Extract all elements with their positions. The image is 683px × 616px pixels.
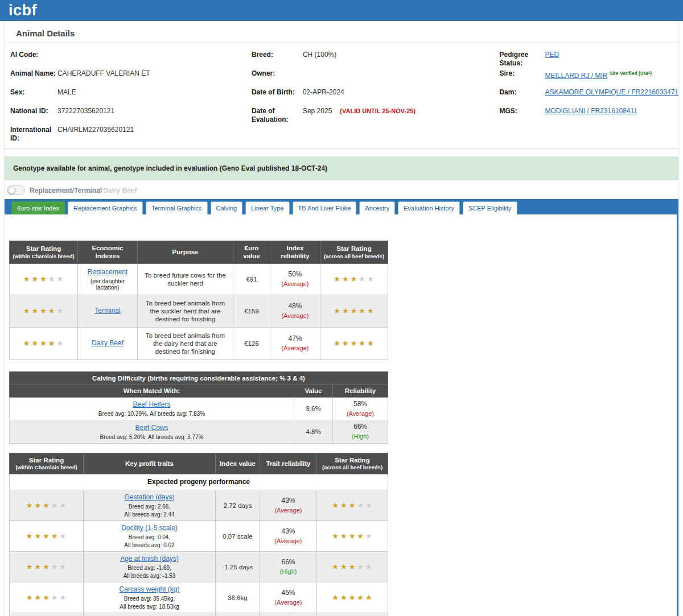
carcass-conformation-reliability: 43%(Average) — [260, 613, 317, 616]
age-at-finish-all-breeds-avg: All breeds avg: -1.53 — [87, 573, 212, 579]
carcass-weight-index-value: 36.6kg — [216, 582, 260, 613]
field-ai-code: AI Code: — [10, 51, 252, 69]
header-star-within: Star Rating(within Charolais breed) — [10, 241, 78, 264]
replacement-reliability: 50%(Average) — [270, 263, 320, 295]
mgs-label: MGS: — [499, 107, 545, 115]
breed-value: CH (100%) — [303, 51, 336, 59]
carcass-weight-all-breeds-avg: All breeds avg: 18.53kg — [87, 603, 212, 610]
gestation-reliability: 43%(Average) — [260, 490, 317, 521]
header-index-value: Index value — [216, 453, 260, 474]
details-column-1: AI Code: Animal Name: CAHERADUFF VALERIA… — [10, 51, 252, 144]
docility-stars-across: ★★★★★ — [317, 521, 388, 552]
animal-name-label: Animal Name: — [10, 69, 57, 78]
gestation-stars-across: ★★★★★ — [317, 490, 388, 521]
docility-link[interactable]: Docility (1-5 scale) — [121, 524, 178, 532]
carcass-conformation-stars-across: ★★★★★ — [317, 613, 388, 616]
beef-heifers-link[interactable]: Beef Heifers — [133, 400, 170, 408]
calving-header-row: When Mated With: Value Reliability — [10, 385, 388, 397]
field-national-id: National ID: 372227035620121 — [10, 107, 252, 126]
top-navbar: icbf — [0, 0, 683, 21]
docility-all-breeds-avg: All breeds avg: 0.02 — [87, 542, 212, 548]
table-row-docility: ★★★★★ Docility (1-5 scale)Breed avg: 0.0… — [10, 521, 388, 552]
carcass-weight-stars-within: ★★★★★ — [10, 582, 84, 613]
header-when-mated-with: When Mated With: — [10, 385, 294, 397]
docility-breed-avg: Breed avg: 0.04, — [87, 534, 212, 540]
beef-cows-value: 4.8% — [294, 420, 333, 444]
gestation-link[interactable]: Gestation (days) — [124, 493, 174, 501]
replacement-stars-across: ★★★★★ — [320, 263, 388, 295]
tab-evaluation-history[interactable]: Evaluation History — [398, 201, 460, 214]
international-id-value: CHAIRLM227035620121 — [57, 126, 134, 134]
dam-link[interactable]: ASKAMORE OLYMPIQUE / FR2216033471 — [545, 88, 678, 96]
dairy-beef-index-link[interactable]: Dairy Beef — [92, 339, 124, 347]
header-star-within-traits: Star Rating(within Charolais breed) — [10, 453, 84, 474]
dairy-beef-euro-value: €126 — [233, 327, 270, 359]
carcass-weight-stars-across: ★★★★★ — [317, 582, 388, 613]
page-frame: Animal Details AI Code: Animal Name: CAH… — [4, 21, 679, 616]
beef-cows-reliability: 66%(High) — [333, 420, 388, 444]
beef-cows-link[interactable]: Beef Cows — [135, 424, 168, 432]
table-row-gestation: ★★★★★ Gestation (days)Breed avg: 2.66,Al… — [10, 490, 388, 521]
header-euro-value: €uro value — [233, 241, 270, 264]
table-row-replacement: ★★★★★ Replacement(per daughter lactation… — [10, 263, 388, 295]
age-at-finish-reliability: 66%(High) — [260, 552, 317, 582]
field-dam: Dam: ASKAMORE OLYMPIQUE / FR2216033471 — [499, 88, 678, 107]
field-pedigree-status: Pedigree Status: PED — [499, 51, 678, 69]
carcass-weight-link[interactable]: Carcass weight (kg) — [119, 585, 179, 593]
tab-calving[interactable]: Calving — [211, 201, 243, 214]
date-of-evaluation-label: Date of Evaluation: — [252, 107, 303, 124]
replacement-index-link[interactable]: Replacement — [88, 268, 128, 276]
tab-linear-type[interactable]: Linear Type — [245, 201, 289, 214]
gestation-index-value: 2.72 days — [216, 490, 260, 521]
tab-replacement-graphics[interactable]: Replacement Graphics — [68, 201, 143, 214]
economic-indexes-table: Star Rating(within Charolais breed) Econ… — [9, 241, 388, 360]
sire-link[interactable]: MEILLARD RJ / MIR — [545, 72, 607, 80]
evaluation-toggle-row: Replacement/Terminal Dairy Beef — [7, 185, 678, 195]
national-id-value: 372227035620121 — [57, 107, 114, 115]
tab-ancestry[interactable]: Ancestry — [359, 201, 395, 214]
age-at-finish-stars-across: ★★★★★ — [317, 552, 388, 582]
mgs-link[interactable]: MODIGLIANI / FR2316108411 — [545, 107, 637, 115]
sex-value: MALE — [57, 88, 76, 97]
euro-star-index-panel: Star Rating(within Charolais breed) Econ… — [5, 214, 678, 616]
header-economic-indexes: Economic Indexes — [78, 241, 138, 264]
dairy-beef-stars-within: ★★★★★ — [10, 327, 78, 359]
field-date-of-evaluation: Date of Evaluation: Sep 2025(VALID UNTIL… — [252, 107, 500, 126]
field-animal-name: Animal Name: CAHERADUFF VALERIAN ET — [10, 69, 252, 88]
carcass-conformation-stars-within: ★★★★★ — [10, 613, 84, 616]
field-international-id: International ID: CHAIRLM227035620121 — [10, 126, 252, 144]
carcass-conformation-index-value: 1.90 scale — [216, 613, 260, 616]
field-sex: Sex: MALE — [10, 88, 252, 107]
tab-terminal-graphics[interactable]: Terminal Graphics — [146, 201, 208, 214]
tab-euro-star-index[interactable]: €uro-star Index — [11, 201, 65, 214]
calving-title-row: Calving Difficulty (births requiring con… — [10, 371, 388, 385]
key-profit-traits-table: Star Rating(within Charolais breed) Key … — [9, 453, 388, 616]
calving-difficulty-title: Calving Difficulty (births requiring con… — [10, 371, 388, 385]
sex-label: Sex: — [10, 88, 57, 97]
tab-scep-eligibility[interactable]: SCEP Eligibility — [463, 201, 517, 214]
age-at-finish-breed-avg: Breed avg: -1.69, — [87, 565, 212, 571]
icbf-logo[interactable]: icbf — [9, 3, 37, 18]
age-at-finish-link[interactable]: Age at finish (days) — [120, 555, 179, 563]
tab-tb-and-liver-fluke[interactable]: TB And Liver Fluke — [293, 201, 357, 214]
toggle-label-dairy-beef: Dairy Beef — [103, 187, 137, 195]
genotype-banner: Genotype available for animal, genotype … — [5, 156, 678, 180]
sire-verified-badge: Sire Verified (SNP) — [609, 71, 652, 76]
terminal-stars-within: ★★★★★ — [10, 295, 78, 327]
traits-subheader-row: Expected progeny performance — [10, 474, 388, 490]
table-row-beef-cows: Beef CowsBreed avg: 5.20%, All breeds av… — [10, 420, 388, 444]
pedigree-status-link[interactable]: PED — [545, 51, 559, 59]
table-row-carcass-weight: ★★★★★ Carcass weight (kg)Breed avg: 35.4… — [10, 582, 388, 613]
table-row-age-at-finish: ★★★★★ Age at finish (days)Breed avg: -1.… — [10, 552, 388, 582]
header-key-profit-traits: Key profit traits — [84, 453, 216, 474]
header-star-across-traits: Star Rating(across all beef breeds) — [317, 453, 388, 474]
replacement-dairy-toggle[interactable] — [7, 185, 25, 195]
details-column-2: Breed: CH (100%) Owner: Date of Birth: 0… — [252, 51, 500, 144]
terminal-index-link[interactable]: Terminal — [94, 307, 120, 315]
header-index-reliability: Index reliability — [270, 241, 320, 264]
ai-code-label: AI Code: — [10, 51, 57, 59]
beef-heifers-value: 9.6% — [294, 397, 333, 420]
header-reliability: Reliability — [333, 385, 388, 397]
beef-cows-averages: Breed avg: 5.20%, All breeds avg: 3.77% — [13, 434, 290, 440]
owner-label: Owner: — [252, 69, 303, 78]
